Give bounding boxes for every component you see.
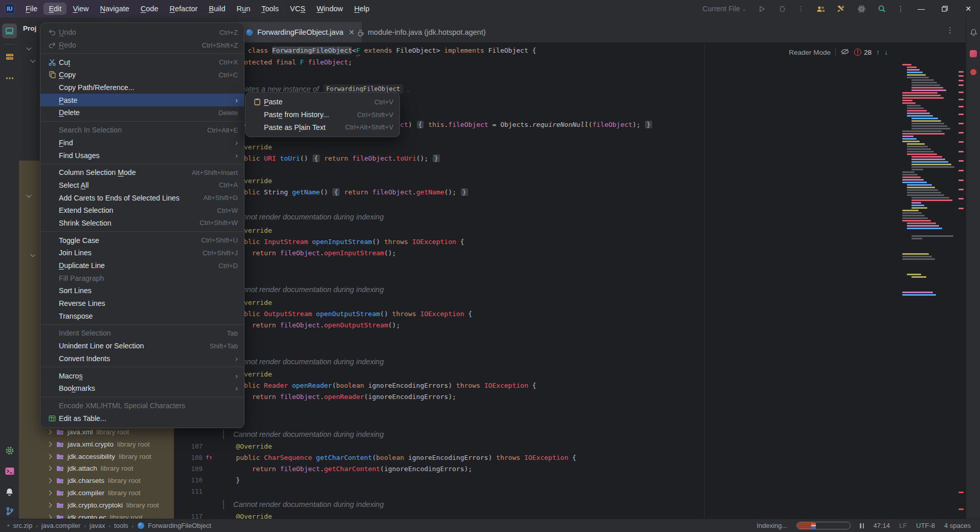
tree-item-jdk.charsets[interactable]: jdk.charsetslibrary root (19, 474, 174, 486)
edit-menu-item-convert-indents[interactable]: Convert Indents› (40, 352, 244, 365)
tree-item-jdk.crypto.cryptoki[interactable]: jdk.crypto.cryptokilibrary root (19, 499, 174, 511)
edit-menu-item-delete[interactable]: DeleteDelete (40, 106, 244, 119)
doc-comment-line[interactable]: Cannot render documentation during index… (223, 284, 384, 295)
plugin-atom-icon[interactable] (856, 5, 867, 13)
code-line[interactable]: public URI toUri() { return fileObject.t… (220, 153, 440, 164)
menubar-item-vcs[interactable]: VCS (285, 3, 310, 15)
run-config-selector[interactable]: Current File ⌄ (703, 5, 746, 13)
edit-menu-item-macros[interactable]: Macros› (40, 369, 244, 382)
line-number[interactable]: 110 (174, 475, 203, 486)
code-line[interactable]: return fileObject.openOutputStream(); (220, 320, 400, 331)
menubar-item-window[interactable]: Window (311, 3, 348, 15)
code-line[interactable]: return fileObject.getCharContent(ignoreE… (220, 463, 472, 475)
edit-menu-item-select-all[interactable]: Select AllCtrl+A (40, 179, 244, 192)
tree-collapse-chevron[interactable] (47, 454, 52, 459)
edit-menu-item-cut[interactable]: CutCtrl+X (40, 56, 244, 69)
tree-collapse-chevron[interactable] (47, 429, 52, 434)
edit-menu-item-reverse-lines[interactable]: Reverse Lines (40, 297, 244, 310)
doc-comment-line[interactable]: Cannot render documentation during index… (223, 499, 384, 510)
encoding-indicator[interactable]: UTF-8 (916, 522, 935, 529)
edit-menu-item-sort-lines[interactable]: Sort Lines (40, 284, 244, 297)
more-toolwindows-icon[interactable] (2, 71, 17, 85)
tree-item-jdk.attach[interactable]: jdk.attachlibrary root (19, 462, 174, 474)
breadcrumb-item-forwardingfileobject[interactable]: ForwardingFileObject (137, 522, 211, 529)
tree-item-java.xml.crypto[interactable]: java.xml.cryptolibrary root (19, 438, 174, 450)
code-with-me-icon[interactable] (815, 5, 826, 13)
code-line[interactable]: @Override (220, 511, 272, 519)
run-more-icon[interactable]: ⋮ (797, 5, 805, 13)
terminal-toolwindow-icon[interactable] (2, 463, 17, 478)
problems-indicator-icon[interactable] (969, 68, 978, 77)
breadcrumb-item-java.compiler[interactable]: java.compiler (41, 522, 81, 529)
line-number[interactable]: 117 (174, 511, 203, 519)
debug-button[interactable] (776, 5, 788, 13)
caret-position[interactable]: 47:14 (873, 522, 890, 529)
edit-menu-item-copy[interactable]: CopyCtrl+C (40, 69, 244, 81)
search-everywhere-icon[interactable] (876, 5, 887, 13)
tree-item-jdk.compiler[interactable]: jdk.compilerlibrary root (19, 486, 174, 499)
tree-collapse-chevron[interactable] (47, 490, 52, 495)
breadcrumb-item-javax[interactable]: javax (90, 522, 105, 529)
breadcrumb-item-src.zip[interactable]: src.zip (13, 522, 33, 529)
tree-collapse-chevron[interactable] (47, 502, 52, 507)
menubar-item-code[interactable]: Code (136, 3, 164, 15)
doc-comment-line[interactable]: Cannot render documentation during index… (223, 211, 384, 223)
code-line[interactable]: public String getName() { return fileObj… (220, 187, 469, 198)
menubar-item-navigate[interactable]: Navigate (95, 3, 135, 15)
settings-icon[interactable] (2, 443, 17, 458)
ai-assistant-icon[interactable] (969, 49, 978, 58)
tree-expand-chevron[interactable] (27, 46, 32, 51)
code-line[interactable]: return fileObject.openReader(ignoreEncod… (220, 391, 456, 403)
line-number[interactable]: 109 (174, 463, 203, 475)
project-toolwindow-icon[interactable] (2, 24, 17, 38)
menubar-item-edit[interactable]: Edit (43, 3, 66, 15)
edit-menu-item-copy-path-reference...[interactable]: Copy Path/Reference... (40, 81, 244, 94)
line-number[interactable]: 108 (174, 452, 203, 463)
menubar-item-help[interactable]: Help (349, 3, 374, 15)
tree-collapse-chevron[interactable] (47, 465, 52, 471)
menubar-item-tools[interactable]: Tools (256, 3, 284, 15)
code-line[interactable]: } (220, 475, 240, 486)
code-line[interactable]: public Reader openReader(boolean ignoreE… (220, 380, 536, 391)
toolbar-more-icon[interactable]: ⋮ (897, 5, 904, 13)
paste-submenu-item-paste-from-history...[interactable]: Paste from History...Ctrl+Shift+V (246, 108, 399, 121)
code-line[interactable]: public CharSequence getCharContent(boole… (220, 452, 576, 463)
tree-item-jdk.accessibility[interactable]: jdk.accessibilitylibrary root (19, 450, 174, 462)
indent-indicator[interactable]: 4 spaces (944, 522, 971, 529)
indexing-progress-bar[interactable] (796, 522, 851, 529)
code-line[interactable]: return fileObject.openInputStream(); (220, 248, 396, 259)
menubar-item-build[interactable]: Build (204, 3, 230, 15)
line-number[interactable]: 107 (174, 441, 203, 452)
editor-tab-module-info.java-jdk.hotspot.agent[interactable]: module-info.java (jdk.hotspot.agent) (350, 22, 493, 42)
code-line[interactable]: public OutputStream openOutputStream() t… (220, 308, 472, 320)
doc-comment-line[interactable]: Cannot render documentation during index… (223, 356, 384, 367)
menubar-item-refactor[interactable]: Refactor (165, 3, 203, 15)
git-toolwindow-icon[interactable] (2, 504, 17, 519)
window-restore-button[interactable] (933, 0, 956, 17)
tab-options-icon[interactable]: ⋮ (946, 26, 954, 35)
editor-tab-forwardingfileobject.java[interactable]: ForwardingFileObject.java✕ (238, 22, 362, 42)
edit-menu-item-extend-selection[interactable]: Extend SelectionCtrl+W (40, 204, 244, 217)
tools-icon[interactable] (835, 5, 847, 13)
window-close-button[interactable]: ✕ (956, 0, 980, 17)
code-line[interactable]: public class ForwardingFileObject<F exte… (220, 45, 536, 56)
edit-menu-item-edit-as-table...[interactable]: Edit as Table... (40, 412, 244, 425)
minimap[interactable] (902, 64, 956, 330)
edit-menu-item-duplicate-line[interactable]: Duplicate LineCtrl+D (40, 259, 244, 272)
menubar-item-file[interactable]: File (20, 3, 42, 15)
commit-toolwindow-icon[interactable] (2, 49, 17, 64)
edit-menu-item-column-selection-mode[interactable]: Column Selection ModeAlt+Shift+Insert (40, 166, 244, 179)
code-line[interactable]: @Override (220, 441, 272, 452)
tree-collapse-chevron[interactable] (47, 515, 52, 519)
paste-submenu-item-paste-as-plain-text[interactable]: Paste as Plain TextCtrl+Alt+Shift+V (246, 121, 399, 134)
edit-menu-item-unindent-line-or-selection[interactable]: Unindent Line or SelectionShift+Tab (40, 340, 244, 352)
tree-item-jdk.crypto.ec[interactable]: jdk.crypto.eclibrary root (19, 511, 174, 519)
tree-collapse-chevron[interactable] (47, 478, 52, 483)
edit-menu-item-join-lines[interactable]: Join LinesCtrl+Shift+J (40, 247, 244, 259)
notifications-bell-icon[interactable] (969, 28, 978, 37)
menubar-item-run[interactable]: Run (232, 3, 256, 15)
code-line[interactable]: public InputStream openInputStream() thr… (220, 236, 464, 248)
tree-expand-chevron[interactable] (31, 58, 36, 63)
line-ending-indicator[interactable]: LF (899, 522, 907, 529)
edit-menu-item-transpose[interactable]: Transpose (40, 309, 244, 322)
